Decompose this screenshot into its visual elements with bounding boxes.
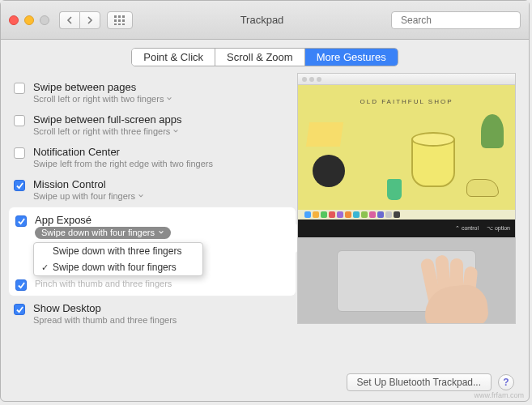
preview-item-bucket bbox=[411, 139, 455, 187]
option-subtitle: Swipe up with four fingers bbox=[33, 191, 135, 201]
checkbox-mission-control[interactable] bbox=[14, 180, 25, 191]
preview-browser-chrome bbox=[298, 74, 515, 85]
grid-icon bbox=[114, 15, 126, 25]
dropdown-label: Swipe down with three fingers bbox=[53, 245, 181, 257]
option-sub-menu[interactable]: Swipe up with four fingers bbox=[33, 191, 144, 201]
checkbox-swipe-apps[interactable] bbox=[14, 115, 25, 126]
chevron-down-icon bbox=[166, 96, 172, 102]
preview-page-title: OLD FAITHFUL SHOP bbox=[298, 98, 515, 105]
app-expose-dropdown: Swipe down with three fingers ✓ Swipe do… bbox=[33, 242, 203, 276]
option-title: Mission Control bbox=[33, 178, 144, 190]
chevron-down-icon bbox=[138, 193, 144, 199]
option-subtitle: Swipe left from the right edge with two … bbox=[33, 159, 213, 168]
svg-rect-0 bbox=[114, 15, 117, 18]
svg-rect-5 bbox=[122, 19, 125, 22]
tab-scroll-zoom[interactable]: Scroll & Zoom bbox=[215, 49, 305, 66]
search-field[interactable] bbox=[391, 11, 521, 29]
svg-rect-3 bbox=[114, 19, 117, 22]
help-button[interactable]: ? bbox=[498, 374, 514, 390]
svg-rect-7 bbox=[118, 23, 121, 25]
dropdown-label: Swipe down with four fingers bbox=[53, 262, 177, 273]
option-sub-menu[interactable]: Scroll left or right with two fingers bbox=[33, 94, 172, 104]
chevron-down-icon bbox=[172, 128, 179, 134]
traffic-lights bbox=[9, 15, 49, 25]
app-expose-selector[interactable]: Swipe down with four fingers bbox=[35, 227, 171, 239]
option-title: Swipe between pages bbox=[33, 81, 172, 93]
checkbox-notification-center[interactable] bbox=[14, 147, 25, 159]
check-icon: ✓ bbox=[40, 262, 49, 273]
touchbar-key-control: ⌃ control bbox=[455, 225, 479, 232]
preview-trackpad-area bbox=[298, 237, 515, 323]
checkbox-app-expose[interactable] bbox=[15, 215, 27, 227]
bluetooth-trackpad-button[interactable]: Set Up Bluetooth Trackpad... bbox=[347, 373, 492, 391]
svg-rect-8 bbox=[122, 23, 125, 25]
preview-item-pan bbox=[313, 155, 345, 187]
svg-rect-4 bbox=[118, 19, 121, 22]
preview-item-plant bbox=[481, 114, 504, 148]
covered-option-text: Pinch with thumb and three fingers bbox=[35, 279, 172, 288]
main-area: Swipe between pages Scroll left or right… bbox=[1, 73, 529, 330]
search-input[interactable] bbox=[401, 15, 522, 26]
preview-item-shoe bbox=[466, 179, 499, 197]
preview-item-flask bbox=[387, 179, 402, 200]
preferences-window: Trackpad Point & Click Scroll & Zoom Mor… bbox=[0, 0, 530, 402]
option-title: Swipe between full-screen apps bbox=[33, 113, 182, 126]
chevron-left-icon bbox=[66, 16, 73, 24]
option-mission-control: Mission Control Swipe up with four finge… bbox=[14, 173, 289, 206]
dropdown-item-three-fingers[interactable]: Swipe down with three fingers bbox=[34, 243, 202, 259]
footer: Set Up Bluetooth Trackpad... ? bbox=[347, 373, 514, 391]
close-icon[interactable] bbox=[9, 15, 19, 25]
svg-rect-2 bbox=[122, 15, 125, 18]
touchbar-key-option: ⌥ option bbox=[487, 225, 510, 232]
svg-rect-1 bbox=[118, 15, 121, 18]
zoom-icon[interactable] bbox=[40, 15, 49, 25]
option-subtitle: Spread with thumb and three fingers bbox=[33, 315, 177, 325]
preview-touchbar: ⌃ control ⌥ option bbox=[298, 220, 515, 237]
option-title: App Exposé bbox=[35, 214, 171, 226]
checkbox-show-desktop[interactable] bbox=[14, 304, 25, 315]
nav-segment bbox=[59, 11, 100, 29]
option-swipe-apps: Swipe between full-screen apps Scroll le… bbox=[14, 109, 289, 141]
chevron-down-icon bbox=[158, 229, 164, 236]
options-list: Swipe between pages Scroll left or right… bbox=[14, 73, 289, 330]
show-all-button[interactable] bbox=[107, 11, 133, 29]
chevron-right-icon bbox=[87, 16, 93, 24]
option-title: Show Desktop bbox=[33, 302, 177, 314]
preview-screen: OLD FAITHFUL SHOP bbox=[298, 74, 515, 220]
minimize-icon[interactable] bbox=[24, 15, 34, 25]
forward-button[interactable] bbox=[79, 11, 100, 29]
preview-hand bbox=[398, 265, 487, 324]
option-show-desktop: Show Desktop Spread with thumb and three… bbox=[14, 297, 289, 330]
app-expose-popover: App Exposé Swipe down with four fingers … bbox=[9, 207, 296, 296]
option-subtitle: Scroll left or right with two fingers bbox=[33, 94, 164, 104]
window-title: Trackpad bbox=[139, 14, 385, 26]
option-subtitle: Scroll left or right with three fingers bbox=[33, 126, 170, 136]
preview-dock bbox=[298, 210, 515, 220]
option-swipe-pages: Swipe between pages Scroll left or right… bbox=[14, 76, 289, 109]
tabs-row: Point & Click Scroll & Zoom More Gesture… bbox=[1, 40, 529, 73]
tab-point-click[interactable]: Point & Click bbox=[132, 49, 215, 66]
toolbar: Trackpad bbox=[1, 1, 529, 40]
svg-rect-6 bbox=[114, 23, 117, 25]
selector-value: Swipe down with four fingers bbox=[41, 228, 155, 237]
tab-group: Point & Click Scroll & Zoom More Gesture… bbox=[131, 48, 398, 66]
option-title: Notification Center bbox=[33, 146, 213, 158]
option-sub-menu[interactable]: Scroll left or right with three fingers bbox=[33, 126, 182, 136]
back-button[interactable] bbox=[59, 11, 79, 29]
watermark: www.frfam.com bbox=[474, 391, 524, 399]
dropdown-item-four-fingers[interactable]: ✓ Swipe down with four fingers bbox=[34, 259, 202, 275]
option-notification-center: Notification Center Swipe left from the … bbox=[14, 141, 289, 173]
gesture-preview: OLD FAITHFUL SHOP ⌃ control ⌥ option bbox=[297, 73, 516, 324]
checkbox-swipe-pages[interactable] bbox=[14, 83, 25, 94]
checkbox-launchpad[interactable] bbox=[15, 279, 27, 291]
preview-item-cloth bbox=[306, 122, 343, 147]
tab-more-gestures[interactable]: More Gestures bbox=[305, 49, 398, 66]
